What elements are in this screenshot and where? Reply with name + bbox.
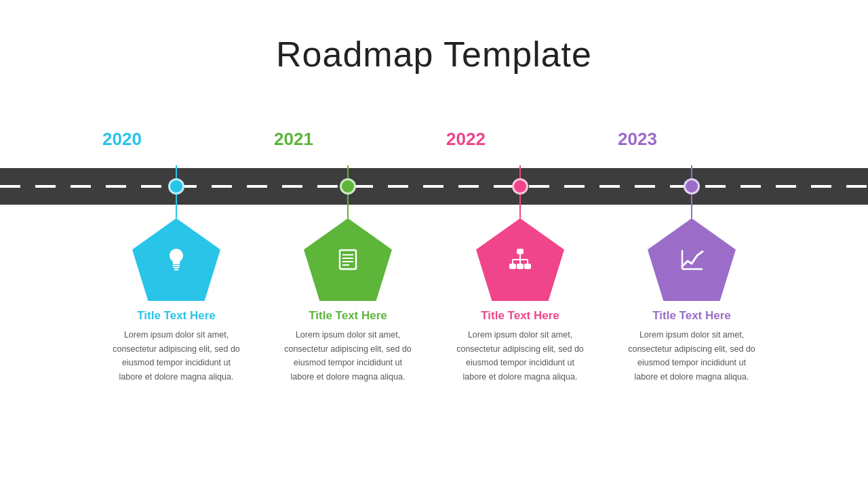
item-title-2023: Title Text Here bbox=[652, 309, 731, 323]
main-title: Roadmap Template bbox=[276, 34, 592, 75]
page: Roadmap Template 2020202120222023 Title … bbox=[0, 0, 868, 488]
svg-rect-1 bbox=[174, 267, 180, 268]
year-label-2022: 2022 bbox=[412, 129, 520, 150]
road-dashes bbox=[0, 185, 868, 188]
year-label-2023: 2023 bbox=[583, 129, 692, 150]
road bbox=[0, 168, 868, 205]
item-title-2022: Title Text Here bbox=[481, 309, 559, 323]
svg-rect-11 bbox=[524, 264, 531, 269]
item-body-2023: Lorem ipsum dolor sit amet, consectetur … bbox=[627, 328, 756, 384]
timeline-section: 2020202120222023 Title Text HereLorem ip… bbox=[0, 129, 868, 205]
milestone-dot-2021 bbox=[340, 178, 356, 195]
chart-icon bbox=[677, 245, 707, 274]
svg-rect-2 bbox=[174, 269, 178, 270]
pentagon-2020 bbox=[132, 218, 220, 301]
milestone-item-2020: Title Text HereLorem ipsum dolor sit ame… bbox=[112, 218, 241, 384]
lightbulb-icon bbox=[161, 245, 191, 274]
pentagon-2022 bbox=[476, 218, 564, 301]
item-title-2021: Title Text Here bbox=[309, 309, 387, 323]
item-body-2022: Lorem ipsum dolor sit amet, consectetur … bbox=[456, 328, 585, 384]
item-title-2020: Title Text Here bbox=[137, 309, 216, 323]
item-body-2021: Lorem ipsum dolor sit amet, consectetur … bbox=[283, 328, 412, 384]
milestone-item-2021: Title Text HereLorem ipsum dolor sit ame… bbox=[283, 218, 412, 384]
pentagon-2021 bbox=[304, 218, 392, 301]
milestone-dot-2023 bbox=[684, 178, 700, 195]
svg-rect-8 bbox=[517, 249, 524, 254]
pentagon-2023 bbox=[648, 218, 736, 301]
year-labels-row: 2020202120222023 bbox=[0, 129, 868, 156]
svg-rect-3 bbox=[340, 250, 356, 269]
svg-rect-9 bbox=[509, 264, 516, 269]
item-body-2020: Lorem ipsum dolor sit amet, consectetur … bbox=[112, 328, 241, 384]
svg-rect-0 bbox=[173, 265, 180, 266]
svg-rect-10 bbox=[517, 264, 524, 269]
milestone-dot-2020 bbox=[168, 178, 184, 195]
milestone-item-2023: Title Text HereLorem ipsum dolor sit ame… bbox=[627, 218, 756, 384]
year-label-2020: 2020 bbox=[68, 129, 176, 150]
year-label-2021: 2021 bbox=[239, 129, 348, 150]
milestone-dot-2022 bbox=[512, 178, 528, 195]
milestone-item-2022: Title Text HereLorem ipsum dolor sit ame… bbox=[456, 218, 585, 384]
hierarchy-icon bbox=[505, 245, 535, 274]
list-icon bbox=[333, 245, 363, 274]
